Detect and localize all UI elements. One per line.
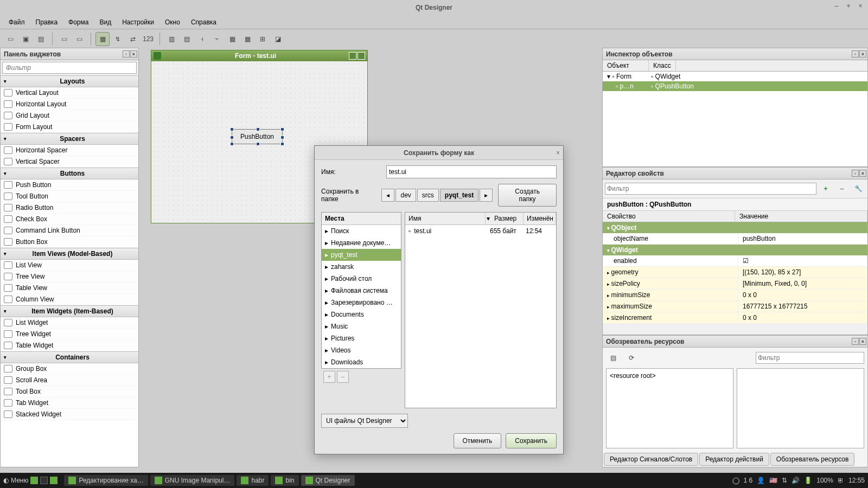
close-panel-icon[interactable]: × [130, 50, 137, 57]
place-item[interactable]: ▸Файловая система [322, 285, 401, 297]
dialog-close-icon[interactable]: × [556, 149, 560, 157]
inspector-row[interactable]: ▾ ▫ Form▫ QWidget [603, 72, 867, 81]
property-group[interactable]: QWidget [603, 245, 867, 255]
widget-item[interactable]: Tool Box [1, 386, 138, 397]
widget-item[interactable]: List View [1, 260, 138, 271]
widget-item[interactable]: Horizontal Layout [1, 99, 138, 110]
category-Item Views (Model-Based)[interactable]: Item Views (Model-Based) [1, 248, 138, 260]
widget-item[interactable]: Scroll Area [1, 375, 138, 386]
property-row[interactable]: minimumSize0 x 0 [603, 290, 867, 301]
maximize-icon[interactable]: + [844, 2, 853, 10]
file-list[interactable]: Имя▾ Размер Изменён ▫test.ui655 байт12:5… [405, 212, 557, 408]
taskbar-task[interactable]: Qt Designer [301, 475, 355, 486]
property-row[interactable]: sizePolicy[Minimum, Fixed, 0, 0] [603, 278, 867, 290]
battery-icon[interactable]: 🔋 [804, 477, 812, 484]
file-row[interactable]: ▫test.ui655 байт12:54 [405, 225, 556, 237]
widgetbox-filter[interactable] [2, 62, 137, 74]
menu-Файл[interactable]: Файл [4, 17, 29, 28]
open-icon[interactable]: ▣ [18, 32, 33, 46]
widget-item[interactable]: Check Box [1, 214, 138, 225]
taskbar-task[interactable]: Редактирование ха… [64, 475, 148, 486]
place-item[interactable]: ▸Downloads [322, 356, 401, 368]
place-item[interactable]: ▸Рабочий стол [322, 273, 401, 285]
inspector-row[interactable]: ▫ p…n▫ QPushButton [603, 81, 867, 91]
edit-resources-icon[interactable]: ▤ [606, 351, 620, 365]
cancel-button[interactable]: Отменить [454, 433, 502, 448]
widget-item[interactable]: Push Button [1, 179, 138, 191]
property-group[interactable]: QObject [603, 222, 867, 233]
menu-Настройки[interactable]: Настройки [118, 17, 158, 28]
place-item[interactable]: ▸zaharsk [322, 261, 401, 273]
category-Layouts[interactable]: Layouts [1, 75, 138, 87]
taskbar-task[interactable]: bin [271, 475, 298, 486]
widget-item[interactable]: Tree View [1, 271, 138, 282]
property-row[interactable]: maximumSize16777215 x 16777215 [603, 301, 867, 312]
resource-tab[interactable]: Редактор Сигналов/Слотов [604, 453, 698, 466]
property-row[interactable]: sizeIncrement0 x 0 [603, 312, 867, 324]
keyboard-layout-icon[interactable]: 🇺🇸 [769, 477, 777, 484]
adjust-size-icon[interactable]: ◪ [271, 32, 285, 46]
minimize-icon[interactable]: – [832, 2, 841, 10]
save-button[interactable]: Сохранить [506, 433, 557, 448]
remove-bookmark-icon[interactable]: – [337, 371, 349, 383]
widget-item[interactable]: Form Layout [1, 121, 138, 133]
layout-h-icon[interactable]: ▥ [164, 32, 178, 46]
add-bookmark-icon[interactable]: + [323, 371, 335, 383]
form-min-icon[interactable] [349, 52, 356, 60]
menu-Правка[interactable]: Правка [31, 17, 62, 28]
menu-Окно[interactable]: Окно [161, 17, 184, 28]
save-icon[interactable]: ▤ [34, 32, 48, 46]
menu-Справка[interactable]: Справка [187, 17, 221, 28]
place-item[interactable]: ▸Videos [322, 344, 401, 356]
volume-icon[interactable]: 🔊 [792, 477, 800, 484]
break-layout-icon[interactable]: ⊞ [256, 32, 270, 46]
place-item[interactable]: ▸Music [322, 320, 401, 332]
property-row[interactable]: enabled☑ [603, 255, 867, 267]
place-item[interactable]: ▸Documents [322, 309, 401, 320]
filename-input[interactable] [386, 165, 557, 178]
widget-item[interactable]: Table Widget [1, 340, 138, 351]
category-Spacers[interactable]: Spacers [1, 133, 138, 145]
widget-item[interactable]: Command Link Button [1, 225, 138, 236]
new-form-icon[interactable]: ▭ [3, 32, 17, 46]
property-table[interactable]: СвойствоЗначение QObjectobjectNamepushBu… [603, 211, 867, 324]
start-menu-icon[interactable]: ◐ [3, 477, 9, 484]
nav-back-icon[interactable]: ◂ [381, 189, 394, 202]
clock[interactable]: 12:55 [848, 477, 865, 484]
edit-buddies-icon[interactable]: ⇄ [126, 32, 140, 46]
close-panel-icon[interactable]: × [859, 170, 866, 177]
widget-item[interactable]: Grid Layout [1, 110, 138, 121]
widget-item[interactable]: Tab Widget [1, 397, 138, 409]
close-panel-icon[interactable]: × [859, 338, 866, 345]
property-row[interactable]: geometry[(150, 120), 85 x 27] [603, 267, 867, 278]
notification-icon[interactable]: ◯ [732, 477, 739, 484]
breadcrumb-pyqt_test[interactable]: pyqt_test [440, 189, 478, 202]
pushbutton-widget[interactable]: PushButton [232, 129, 283, 144]
edit-signals-icon[interactable]: ↯ [111, 32, 125, 46]
float-icon[interactable]: ▫ [852, 170, 859, 177]
float-icon[interactable]: ▫ [852, 338, 859, 345]
network-icon[interactable]: ⇅ [782, 477, 787, 484]
edit-widgets-icon[interactable]: ▦ [95, 32, 110, 46]
send-back-icon[interactable]: ▭ [57, 32, 71, 46]
widget-item[interactable]: Button Box [1, 236, 138, 248]
float-icon[interactable]: ▫ [123, 50, 130, 57]
start-menu-label[interactable]: Меню [11, 477, 28, 484]
float-icon[interactable]: ▫ [852, 50, 859, 57]
nav-fwd-icon[interactable]: ▸ [480, 189, 493, 202]
widget-item[interactable]: Vertical Layout [1, 87, 138, 99]
show-desktop-icon[interactable] [30, 477, 38, 484]
create-folder-button[interactable]: Создать папку [498, 184, 557, 207]
user-icon[interactable]: 👤 [757, 477, 765, 484]
bring-front-icon[interactable]: ▭ [72, 32, 86, 46]
close-panel-icon[interactable]: × [859, 50, 866, 57]
places-sidebar[interactable]: Места ▸Поиск▸Недавние докуме…▸pyqt_test▸… [321, 212, 401, 369]
widget-item[interactable]: Horizontal Spacer [1, 145, 138, 156]
layout-vsplit-icon[interactable]: ⫟ [210, 32, 224, 46]
breadcrumb-dev[interactable]: dev [395, 189, 416, 202]
layout-hsplit-icon[interactable]: ⫞ [195, 32, 209, 46]
place-item[interactable]: ▸Зарезервировано … [322, 297, 401, 309]
filetype-select[interactable]: UI файлы Qt Designer [321, 414, 408, 428]
property-filter[interactable] [605, 183, 816, 195]
place-item[interactable]: ▸Поиск [322, 225, 401, 237]
